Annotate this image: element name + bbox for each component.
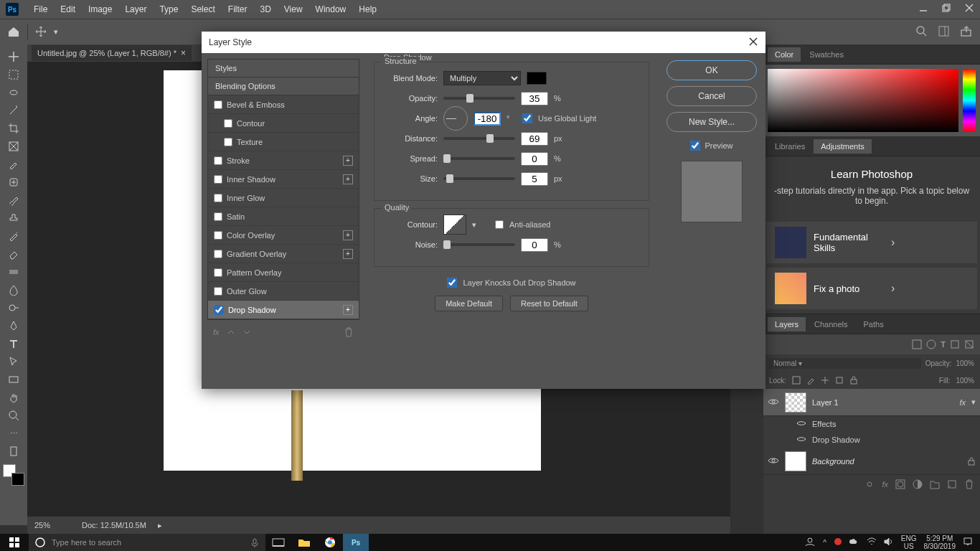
blend-mode-select[interactable]: Normal ▾ (769, 358, 921, 369)
style-outer-glow[interactable]: Outer Glow (208, 282, 359, 301)
shadow-color-swatch[interactable] (527, 72, 547, 85)
close-tab-icon[interactable]: × (181, 48, 186, 58)
brush-tool[interactable] (3, 192, 24, 208)
style-drop-shadow[interactable]: Drop Shadow+ (208, 301, 359, 319)
add-effect-icon[interactable]: + (343, 174, 353, 184)
angle-dial[interactable] (443, 106, 468, 131)
tab-paths[interactable]: Paths (857, 317, 891, 331)
antialias-checkbox[interactable] (495, 220, 504, 229)
preview-checkbox[interactable] (690, 141, 700, 151)
tab-color[interactable]: Color (768, 47, 801, 62)
blend-mode-select[interactable]: Multiply (443, 71, 521, 85)
style-checkbox[interactable] (214, 100, 222, 109)
angle-input[interactable] (473, 112, 501, 126)
rect-tool[interactable] (3, 372, 24, 387)
make-default-button[interactable]: Make Default (435, 296, 503, 311)
opacity-input[interactable] (521, 92, 548, 105)
cancel-button[interactable]: Cancel (666, 86, 757, 106)
home-icon[interactable] (7, 26, 20, 39)
tray-expand-icon[interactable]: ^ (823, 539, 826, 547)
tab-libraries[interactable]: Libraries (768, 139, 812, 154)
tray-lang[interactable]: ENG (901, 534, 917, 542)
style-satin[interactable]: Satin (208, 207, 359, 226)
down-icon[interactable] (242, 328, 251, 336)
wand-tool[interactable] (3, 103, 24, 118)
noise-slider[interactable] (443, 243, 515, 246)
fx-icon[interactable]: fx (213, 328, 220, 336)
zoom-level[interactable]: 25% (34, 521, 70, 529)
blur-tool[interactable] (3, 282, 24, 298)
group-icon[interactable] (930, 479, 940, 489)
style-checkbox[interactable] (224, 138, 232, 146)
people-icon[interactable] (804, 537, 816, 548)
gradient-tool[interactable] (3, 264, 24, 280)
layer-effects-row[interactable]: Effects (763, 416, 980, 432)
link-icon[interactable] (864, 479, 875, 489)
global-light-checkbox[interactable] (522, 113, 532, 123)
chevron-down-icon[interactable]: ▾ (54, 27, 58, 37)
menu-select[interactable]: Select (184, 4, 221, 14)
blending-options[interactable]: Blending Options (208, 77, 359, 95)
frame-tool[interactable] (3, 138, 24, 154)
menu-window[interactable]: Window (309, 4, 353, 14)
style-contour[interactable]: Contour (208, 114, 359, 133)
color-swatches[interactable] (3, 464, 24, 486)
menu-3d[interactable]: 3D (253, 4, 277, 14)
restore-icon[interactable] (940, 3, 953, 13)
volume-icon[interactable] (884, 537, 894, 547)
wifi-icon[interactable] (867, 537, 877, 547)
eraser-tool[interactable] (3, 246, 24, 262)
style-checkbox[interactable] (214, 268, 222, 277)
document-tab[interactable]: Untitled.jpg @ 25% (Layer 1, RGB/8#) * × (32, 45, 192, 61)
adjustment-icon[interactable] (913, 479, 923, 489)
style-checkbox[interactable] (214, 287, 222, 296)
menu-layer[interactable]: Layer (118, 4, 153, 14)
stamp-tool[interactable] (3, 210, 24, 226)
style-color-overlay[interactable]: Color Overlay+ (208, 226, 359, 245)
size-input[interactable] (521, 172, 548, 186)
lock-brush-icon[interactable] (806, 376, 815, 385)
style-checkbox[interactable] (214, 194, 222, 202)
style-checkbox[interactable] (214, 175, 222, 184)
task-view-icon[interactable] (265, 534, 291, 551)
security-icon[interactable] (834, 537, 842, 547)
style-checkbox[interactable] (214, 250, 222, 258)
ok-button[interactable]: OK (666, 60, 757, 80)
history-brush-tool[interactable] (3, 228, 24, 244)
fill-value[interactable]: 100% (956, 377, 974, 385)
styles-header[interactable]: Styles (208, 60, 359, 77)
distance-slider[interactable] (443, 137, 515, 140)
style-texture[interactable]: Texture (208, 133, 359, 151)
knockout-checkbox[interactable] (447, 278, 457, 288)
close-icon[interactable] (748, 37, 758, 49)
chevron-down-icon[interactable]: ▾ (971, 397, 976, 407)
explorer-icon[interactable] (291, 534, 317, 551)
learn-item-fixphoto[interactable]: Fix a photo › (766, 268, 977, 309)
more-icon[interactable]: ⋯ (3, 425, 24, 441)
chrome-icon[interactable] (317, 534, 343, 551)
photoshop-taskbar-icon[interactable]: Ps (343, 534, 369, 551)
new-layer-icon[interactable] (947, 479, 957, 489)
new-style-button[interactable]: New Style... (666, 112, 757, 132)
spread-slider[interactable] (443, 157, 515, 160)
notifications-icon[interactable] (963, 537, 973, 548)
eyedropper-tool[interactable] (3, 156, 24, 172)
dodge-tool[interactable] (3, 300, 24, 316)
taskbar-search[interactable]: Type here to search (29, 534, 265, 551)
distance-input[interactable] (521, 132, 548, 146)
zoom-tool[interactable] (3, 408, 24, 423)
layer-row-layer1[interactable]: Layer 1 fx ▾ (763, 389, 980, 416)
lock-move-icon[interactable] (821, 376, 829, 385)
add-effect-icon[interactable]: + (343, 156, 353, 166)
style-stroke[interactable]: Stroke+ (208, 151, 359, 170)
menu-view[interactable]: View (278, 4, 309, 14)
move-tool[interactable] (3, 49, 24, 65)
add-effect-icon[interactable]: + (343, 305, 353, 315)
menu-filter[interactable]: Filter (222, 4, 254, 14)
opacity-slider[interactable] (443, 97, 515, 100)
style-bevel[interactable]: Bevel & Emboss (208, 95, 359, 114)
share-icon[interactable] (961, 26, 971, 38)
move-tool-icon[interactable] (35, 26, 47, 39)
chevron-right-icon[interactable]: ▸ (158, 521, 162, 530)
layer-row-background[interactable]: Background (763, 448, 980, 475)
